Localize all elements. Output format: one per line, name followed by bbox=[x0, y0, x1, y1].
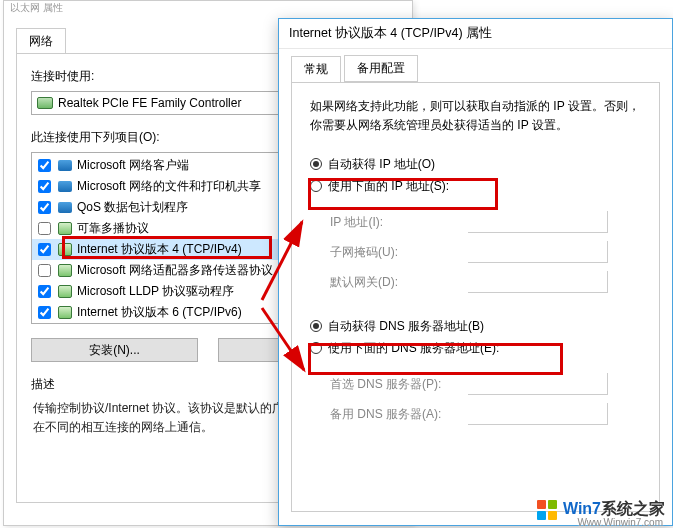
radio-icon bbox=[310, 342, 322, 354]
radio-manual-ip-label: 使用下面的 IP 地址(S): bbox=[328, 178, 449, 195]
item-checkbox[interactable] bbox=[38, 243, 51, 256]
dialog2-title: Internet 协议版本 4 (TCP/IPv4) 属性 bbox=[289, 26, 492, 40]
info-text: 如果网络支持此功能，则可以获取自动指派的 IP 设置。否则，你需要从网络系统管理… bbox=[310, 97, 641, 135]
watermark-suffix: 系统之家 bbox=[601, 500, 665, 517]
dns2-input[interactable] bbox=[468, 403, 608, 425]
ip-address-input[interactable] bbox=[468, 211, 608, 233]
item-label: Microsoft 网络适配器多路传送器协议 bbox=[77, 262, 273, 279]
item-checkbox[interactable] bbox=[38, 264, 51, 277]
gateway-input[interactable] bbox=[468, 271, 608, 293]
item-label: QoS 数据包计划程序 bbox=[77, 199, 188, 216]
protocol-icon bbox=[57, 305, 73, 321]
gateway-label: 默认网关(D): bbox=[330, 274, 458, 291]
protocol-icon bbox=[57, 221, 73, 237]
item-label: Microsoft 网络的文件和打印机共享 bbox=[77, 178, 261, 195]
dns2-label: 备用 DNS 服务器(A): bbox=[330, 406, 458, 423]
protocol-icon bbox=[57, 284, 73, 300]
radio-manual-dns-label: 使用下面的 DNS 服务器地址(E): bbox=[328, 340, 499, 357]
watermark-prefix: Win7 bbox=[563, 500, 601, 517]
tab-alt-config[interactable]: 备用配置 bbox=[344, 55, 418, 82]
nic-icon bbox=[32, 92, 58, 114]
ipv4-properties-dialog: Internet 协议版本 4 (TCP/IPv4) 属性 常规 备用配置 如果… bbox=[278, 18, 673, 526]
dns1-input[interactable] bbox=[468, 373, 608, 395]
item-checkbox[interactable] bbox=[38, 306, 51, 319]
radio-auto-ip[interactable]: 自动获得 IP 地址(O) bbox=[310, 153, 641, 175]
subnet-mask-label: 子网掩码(U): bbox=[330, 244, 458, 261]
item-checkbox[interactable] bbox=[38, 201, 51, 214]
service-icon bbox=[57, 179, 73, 195]
dialog2-titlebar[interactable]: Internet 协议版本 4 (TCP/IPv4) 属性 bbox=[279, 19, 672, 49]
radio-icon bbox=[310, 180, 322, 192]
tab-network[interactable]: 网络 bbox=[16, 28, 66, 54]
install-button[interactable]: 安装(N)... bbox=[31, 338, 198, 362]
service-icon bbox=[57, 200, 73, 216]
item-checkbox[interactable] bbox=[38, 222, 51, 235]
watermark-url: Www.Winwin7.com bbox=[577, 517, 663, 528]
tab-general[interactable]: 常规 bbox=[291, 56, 341, 82]
radio-icon bbox=[310, 320, 322, 332]
radio-manual-ip[interactable]: 使用下面的 IP 地址(S): bbox=[310, 175, 641, 197]
item-checkbox[interactable] bbox=[38, 159, 51, 172]
item-label: Microsoft LLDP 协议驱动程序 bbox=[77, 283, 234, 300]
windows-logo-icon bbox=[537, 500, 557, 520]
protocol-icon bbox=[57, 242, 73, 258]
item-checkbox[interactable] bbox=[38, 180, 51, 193]
dialog2-body: 如果网络支持此功能，则可以获取自动指派的 IP 设置。否则，你需要从网络系统管理… bbox=[291, 82, 660, 512]
item-label: 可靠多播协议 bbox=[77, 220, 149, 237]
radio-manual-dns[interactable]: 使用下面的 DNS 服务器地址(E): bbox=[310, 337, 641, 359]
item-label: Internet 协议版本 4 (TCP/IPv4) bbox=[77, 241, 242, 258]
adapter-name: Realtek PCIe FE Family Controller bbox=[58, 96, 241, 110]
item-label: Internet 协议版本 6 (TCP/IPv6) bbox=[77, 304, 242, 321]
protocol-icon bbox=[57, 263, 73, 279]
ip-address-label: IP 地址(I): bbox=[330, 214, 458, 231]
service-icon bbox=[57, 158, 73, 174]
radio-auto-ip-label: 自动获得 IP 地址(O) bbox=[328, 156, 435, 173]
item-checkbox[interactable] bbox=[38, 285, 51, 298]
item-label: Microsoft 网络客户端 bbox=[77, 157, 189, 174]
radio-icon bbox=[310, 158, 322, 170]
tab-strip-2: 常规 备用配置 bbox=[279, 49, 672, 82]
subnet-mask-input[interactable] bbox=[468, 241, 608, 263]
watermark: Win7系统之家 Www.Winwin7.com bbox=[537, 499, 665, 520]
radio-auto-dns[interactable]: 自动获得 DNS 服务器地址(B) bbox=[310, 315, 641, 337]
dialog-title: 以太网 属性 bbox=[10, 2, 63, 13]
dns1-label: 首选 DNS 服务器(P): bbox=[330, 376, 458, 393]
radio-auto-dns-label: 自动获得 DNS 服务器地址(B) bbox=[328, 318, 484, 335]
